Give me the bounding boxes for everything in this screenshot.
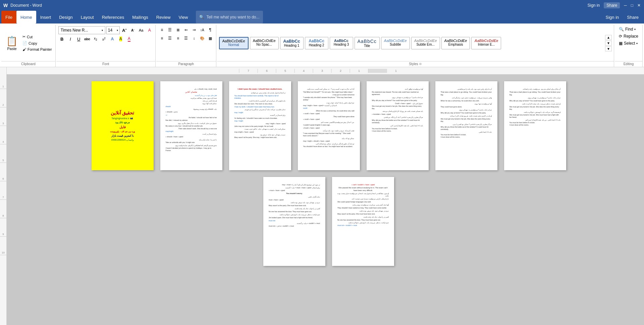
share-menu-btn[interactable]: Share <box>623 11 643 24</box>
format-painter-button[interactable]: 🖌 Format Painter <box>21 47 53 52</box>
p6-rtl2: وقتی مدرسه می‌رفت، می‌توانست خیلی خوب را… <box>441 97 492 99</box>
find-icon: 🔍 <box>619 27 624 32</box>
menu-references[interactable]: References <box>98 11 128 24</box>
page-7[interactable]: آن مکان برای اسکی بدی بود. می‌توانست پای… <box>504 81 566 170</box>
p2-may-might: may/might: <box>166 130 217 133</box>
show-formatting-icon: ¶ <box>209 28 211 32</box>
sign-in-link[interactable]: Sign in <box>588 3 600 8</box>
align-center-button[interactable]: ☰ <box>166 35 174 42</box>
show-formatting-button[interactable]: ¶ <box>207 26 214 34</box>
find-button[interactable]: 🔍 Find ▾ <box>618 26 640 32</box>
menu-file[interactable]: File <box>1 11 16 24</box>
page-5[interactable]: آنها می‌توانستند توافق کنند His statemen… <box>367 81 429 170</box>
style-intense-em[interactable]: AaBbCcDdEe Intense E... <box>471 37 501 49</box>
styles-scroll-down[interactable]: ▼ <box>605 41 612 46</box>
page-3[interactable]: I didn't pass the exam. I should have st… <box>229 81 291 170</box>
style-title[interactable]: AaBbCc Title <box>355 37 380 49</box>
menu-design[interactable]: Design <box>55 11 76 24</box>
align-right-button[interactable]: ≡ <box>174 35 182 42</box>
p3-feeling: I'm feeling sick. I shouldn't have eaten… <box>234 117 286 120</box>
strikethrough-button[interactable]: abc <box>84 35 91 43</box>
font-name-dropdown[interactable]: Times New R... ▾ <box>58 26 105 34</box>
font-shrink-button[interactable]: A- <box>129 27 137 34</box>
decrease-indent-button[interactable]: ⇐ <box>182 26 190 34</box>
p2-formula2: fine dish, I missed my advisor. <box>166 119 217 122</box>
p9-rtl1: او بدون مطالعه در امتحان قبول شد. امتحان… <box>337 192 389 197</box>
change-case-button[interactable]: Aa <box>138 27 145 34</box>
title-bar-left: W Document - Word <box>3 3 42 8</box>
clear-format-button[interactable]: A <box>146 27 153 34</box>
minimize-btn[interactable]: ─ <box>624 3 627 8</box>
maximize-btn[interactable]: □ <box>631 3 633 8</box>
paste-button[interactable]: 📋 Paste <box>3 34 20 52</box>
subscript-button[interactable]: x2 <box>92 35 99 43</box>
p6-must2: You must be here before 8 o'clock.I must… <box>441 134 492 138</box>
text-effects-button[interactable]: A <box>109 35 116 43</box>
page-2[interactable]: should, may, could, must + باید تقاضای آ… <box>160 81 222 170</box>
close-btn[interactable]: ✕ <box>637 3 641 8</box>
copy-button[interactable]: 📄 Copy <box>21 40 53 46</box>
align-left-icon: ≡ <box>161 36 163 41</box>
copy-icon: 📄 <box>22 41 27 45</box>
align-right-icon: ≡ <box>177 36 179 41</box>
line-spacing-button[interactable]: ↕ <box>191 35 198 42</box>
select-button[interactable]: ▦ Select ▾ <box>618 40 640 46</box>
font-size-dropdown[interactable]: 14 ▾ <box>106 26 120 34</box>
shading-button[interactable]: 🎨 <box>199 35 206 42</box>
sign-in-btn[interactable]: Sign in <box>602 11 623 24</box>
replace-button[interactable]: ⟳ Replace <box>618 33 640 39</box>
menu-review[interactable]: Review <box>152 11 175 24</box>
page-4[interactable]: آیا تا به حال به خودت آسیب زدی؟ - نه. مم… <box>298 81 360 170</box>
menu-view[interactable]: View <box>174 11 192 24</box>
style-nospace[interactable]: AaBbCcDdEe No Spac... <box>250 37 279 49</box>
vruler-2: 2 <box>0 89 6 107</box>
tell-me-search[interactable]: 🔍 Tell me what you want to do... <box>196 11 263 24</box>
para-row1: ≡ ☰ ≣ ⇐ ⇒ ↕A ¶ <box>158 26 214 34</box>
page-8[interactable]: در مورد این موضوع فکر کرده‌ای؟ باید را +… <box>263 177 325 266</box>
share-btn[interactable]: Share <box>604 2 620 8</box>
sort-button[interactable]: ↕A <box>199 26 206 34</box>
style-emphasis[interactable]: AaBbCcDdEe Emphasis <box>441 37 470 49</box>
p6-rtl5: او باید در کارش خیلی خسته باشد. هر روز ه… <box>441 115 492 117</box>
page-9[interactable]: + can't / couldn't + have + pped She pas… <box>332 177 394 266</box>
style-nospace-preview: AaBbCcDdEe <box>253 39 276 43</box>
styles-scroll-up[interactable]: ▲ <box>605 35 612 40</box>
p5-rtl5: چرا آن بطری را از پنجره انداختی؟ باید آن… <box>372 116 423 119</box>
menu-layout[interactable]: Layout <box>77 11 98 24</box>
menu-insert[interactable]: Insert <box>36 11 55 24</box>
underline-button[interactable]: U <box>75 35 83 43</box>
style-heading3[interactable]: AaBbCc Heading 3 <box>330 37 353 49</box>
style-subtitle[interactable]: AaBbCcDdEe Subtitle <box>381 37 410 49</box>
replace-label: Replace <box>624 34 638 39</box>
p2-should-formula: + should + فاعل <box>166 111 217 113</box>
numbering-button[interactable]: ☰ <box>166 26 174 34</box>
text-highlight-button[interactable]: A <box>117 35 124 43</box>
font-color-button[interactable]: A <box>125 35 133 43</box>
italic-button[interactable]: I <box>67 35 74 43</box>
style-normal[interactable]: AaBbCcDdEe Normal <box>219 37 249 49</box>
style-subtle-em[interactable]: AaBbCcDdEe Subtle Em... <box>411 37 440 49</box>
page-1[interactable]: تحقیق آنلاین Tahghighonline.ir 📷 مرجع دا… <box>92 81 154 170</box>
style-heading2[interactable]: AaBbCc Heading 2 <box>305 37 328 49</box>
increase-indent-button[interactable]: ⇒ <box>191 26 198 34</box>
menu-home[interactable]: Home <box>16 11 36 24</box>
page-6[interactable]: آن جا برای رفتن خوب بود. باید پایت را می… <box>435 81 497 170</box>
p4-could: + could + have + pped <box>303 112 355 115</box>
superscript-button[interactable]: x2 <box>100 35 108 43</box>
menu-mailings[interactable]: Mailings <box>128 11 152 24</box>
p5-rtl2: چرا خانه ماندی؟ می‌توانستی به مهمانی برو… <box>372 96 423 99</box>
borders-button[interactable]: ▦ <box>207 35 214 42</box>
bold-button[interactable]: B <box>58 35 66 43</box>
ruler-6: 6 <box>258 69 276 73</box>
p9-blue: must not + couldn't + must <box>337 224 389 227</box>
cut-button[interactable]: ✂ Cut <box>21 34 53 40</box>
font-grow-button[interactable]: A+ <box>121 27 128 34</box>
style-heading1[interactable]: AaBbCc Heading 1 <box>280 37 304 49</box>
document-area[interactable]: تحقیق آنلاین Tahghighonline.ir 📷 مرجع دا… <box>7 75 644 325</box>
justify-button[interactable]: ☰ <box>182 35 190 42</box>
styles-expand[interactable]: ▼ <box>605 46 612 51</box>
cut-icon: ✂ <box>22 35 25 39</box>
bullets-button[interactable]: ≡ <box>158 26 166 34</box>
align-left-button[interactable]: ≡ <box>158 35 166 42</box>
multilevel-button[interactable]: ≣ <box>174 26 182 34</box>
